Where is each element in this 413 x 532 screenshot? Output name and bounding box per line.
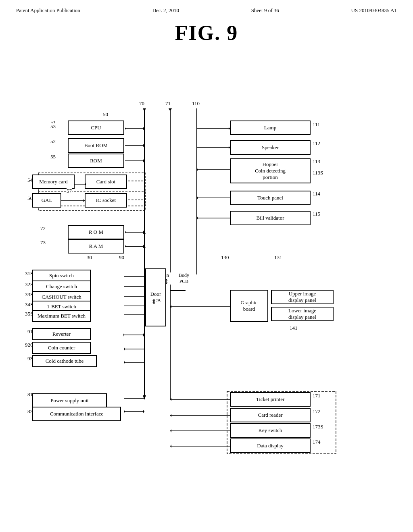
svg-marker-51: [124, 410, 125, 413]
svg-marker-58: [170, 429, 171, 432]
reverter-box: Reverter: [32, 328, 91, 340]
memory-card-box: Memory card: [32, 175, 75, 189]
page-header: Patent Application Publication Dec. 2, 2…: [0, 0, 413, 14]
svg-marker-4: [125, 127, 126, 130]
svg-marker-13: [125, 231, 126, 234]
svg-marker-70: [169, 108, 172, 111]
data-display-box: Data display: [230, 438, 311, 453]
label-130: 130: [221, 254, 229, 261]
label-131: 131: [274, 254, 282, 261]
svg-marker-5: [143, 127, 144, 130]
svg-marker-48: [124, 361, 125, 364]
label-55: 55: [50, 154, 56, 160]
svg-marker-65: [143, 395, 146, 399]
label-113S: 113S: [313, 170, 323, 176]
svg-marker-75: [83, 199, 85, 202]
spin-switch-box: Spin switch: [32, 270, 91, 282]
key-switch-box: Key switch: [230, 423, 311, 438]
cold-cathode-box: Cold cathode tube: [32, 355, 97, 367]
svg-marker-7: [143, 144, 144, 147]
coin-counter-box: Coin counter: [32, 342, 91, 354]
lamp-box: Lamp: [230, 121, 311, 135]
fig-title: FIG. 9: [0, 21, 413, 45]
upper-image-box: Upper image display panel: [271, 290, 334, 304]
svg-marker-64: [143, 108, 146, 111]
svg-marker-60: [170, 445, 171, 448]
lower-image-box: Lower image display panel: [271, 307, 334, 321]
label-52: 52: [50, 138, 56, 145]
svg-marker-73: [85, 183, 86, 186]
power-supply-box: Power supply unit: [32, 393, 107, 408]
label-73: 73: [40, 239, 46, 246]
svg-marker-46: [124, 347, 125, 351]
cpu-box: CPU: [68, 121, 124, 135]
speaker-box: Speaker: [230, 140, 311, 155]
svg-marker-44: [143, 333, 144, 337]
label-172: 172: [313, 408, 321, 415]
ic-socket-box: IC socket: [85, 193, 127, 208]
header-right: US 2010/0304835 A1: [351, 7, 397, 14]
svg-marker-9: [143, 159, 144, 162]
label-57: 57: [67, 188, 72, 194]
maxbet-switch-box: Maximum BET switch: [32, 310, 91, 322]
label-171: 171: [313, 393, 321, 399]
label-72: 72: [40, 225, 46, 232]
label-174: 174: [313, 439, 321, 445]
label-112: 112: [313, 140, 320, 147]
label-50: 50: [103, 111, 108, 118]
header-left: Patent Application Publication: [16, 7, 80, 14]
comm-interface-box: Communication interface: [32, 407, 121, 421]
label-115: 115: [313, 211, 320, 217]
hopper-box: Hopper Coin detecting portion: [230, 158, 311, 183]
bill-validator-box: Bill validator: [230, 211, 311, 225]
label-53: 53: [50, 123, 56, 130]
header-middle: Dec. 2, 2010: [152, 7, 179, 14]
svg-marker-29: [197, 216, 198, 220]
svg-marker-14: [143, 231, 144, 234]
rom-top-box: ROM: [68, 154, 124, 168]
label-30: 30: [87, 254, 92, 261]
label-110: 110: [192, 100, 200, 107]
svg-marker-52: [143, 410, 144, 413]
door-pcb-box: Door PCB: [145, 268, 166, 326]
label-70: 70: [139, 100, 144, 107]
svg-marker-56: [170, 414, 171, 417]
header-sheet: Sheet 9 of 36: [251, 7, 279, 14]
label-114: 114: [313, 191, 320, 197]
mem-card-arrow: [74, 177, 86, 191]
card-reader-box: Card reader: [230, 408, 311, 422]
diagram-area: 70 71 110 50 51 53 CPU 52 Boot ROM 55 RO…: [0, 49, 413, 524]
svg-marker-31: [170, 305, 171, 308]
rom-mid-box: R O M: [68, 225, 124, 239]
svg-marker-67: [143, 246, 146, 248]
ram-box: R A M: [68, 239, 124, 254]
body-pcb-label: BodyPCB: [173, 272, 194, 285]
svg-marker-27: [197, 196, 198, 200]
door-arrow: ⇕: [151, 298, 156, 305]
label-173S: 173S: [313, 424, 323, 430]
label-111: 111: [313, 121, 320, 128]
graphic-board-box: Graphic board: [230, 290, 268, 322]
gal-box: GAL: [32, 193, 61, 208]
svg-marker-66: [143, 232, 146, 234]
label-90: 90: [119, 254, 124, 261]
gal-arrow: [60, 195, 86, 207]
svg-marker-17: [143, 245, 144, 248]
ticket-printer-box: Ticket printer: [230, 392, 311, 407]
svg-marker-16: [125, 245, 126, 248]
label-141: 141: [290, 325, 298, 331]
card-slot-box: Card slot: [85, 175, 127, 189]
svg-marker-43: [123, 333, 124, 337]
svg-marker-54: [170, 398, 171, 401]
touch-panel-box: Touch panel: [230, 191, 311, 205]
label-71: 71: [165, 100, 171, 107]
svg-marker-25: [197, 168, 198, 171]
label-113: 113: [313, 158, 320, 165]
boot-rom-box: Boot ROM: [68, 138, 124, 153]
